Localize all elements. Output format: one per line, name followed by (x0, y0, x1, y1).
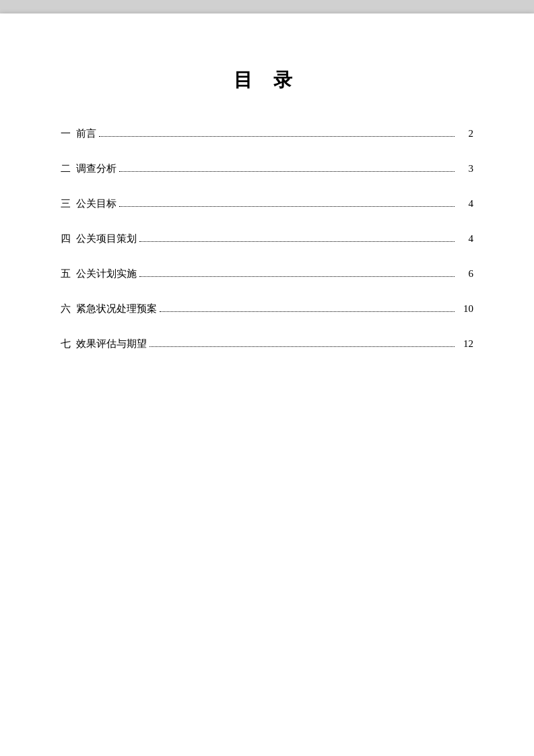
toc-item-number: 四 (61, 230, 76, 247)
toc-item-page: 12 (457, 336, 473, 352)
toc-item-number: 六 (61, 301, 76, 317)
toc-item-dots (139, 241, 455, 242)
toc-item-text: 公关计划实施 (76, 265, 137, 282)
toc-item-text: 公关目标 (76, 195, 116, 212)
toc-item: 二 调查分析3 (61, 160, 473, 177)
toc-item-text: 前言 (76, 125, 96, 141)
toc-item-dots (99, 136, 455, 137)
toc-item-number: 一 (61, 125, 76, 141)
toc-item: 三 公关目标4 (61, 195, 473, 212)
toc-item: 一 前言2 (61, 125, 473, 141)
toc-item: 六 紧急状况处理预案10 (61, 301, 473, 317)
toc-item: 五 公关计划实施6 (61, 265, 473, 282)
toc-item: 四 公关项目策划4 (61, 230, 473, 247)
toc-item-number: 七 (61, 336, 76, 352)
toc-item-page: 4 (457, 195, 473, 212)
toc-item-number: 三 (61, 195, 76, 212)
toc-item-dots (160, 311, 455, 312)
toc-item-dots (119, 171, 455, 172)
toc-item-text: 紧急状况处理预案 (76, 301, 157, 317)
toc-item-page: 2 (457, 125, 473, 141)
toc-list: 一 前言2二 调查分析3三 公关目标4四 公关项目策划4五 公关计划实施6六 紧… (61, 125, 473, 352)
toc-item-page: 6 (457, 265, 473, 282)
toc-item-dots (119, 206, 455, 207)
document-page: 目 录 一 前言2二 调查分析3三 公关目标4四 公关项目策划4五 公关计划实施… (0, 13, 534, 756)
toc-item-number: 二 (61, 160, 76, 177)
toc-item-page: 4 (457, 230, 473, 247)
toc-item-number: 五 (61, 265, 76, 282)
toc-item: 七 效果评估与期望12 (61, 336, 473, 352)
toc-item-text: 公关项目策划 (76, 230, 137, 247)
toc-item-text: 效果评估与期望 (76, 336, 147, 352)
toc-item-dots (149, 346, 455, 347)
toc-title: 目 录 (61, 67, 473, 93)
toc-item-page: 3 (457, 160, 473, 177)
toc-item-page: 10 (457, 301, 473, 317)
toc-item-dots (139, 276, 455, 277)
toc-item-text: 调查分析 (76, 160, 116, 177)
